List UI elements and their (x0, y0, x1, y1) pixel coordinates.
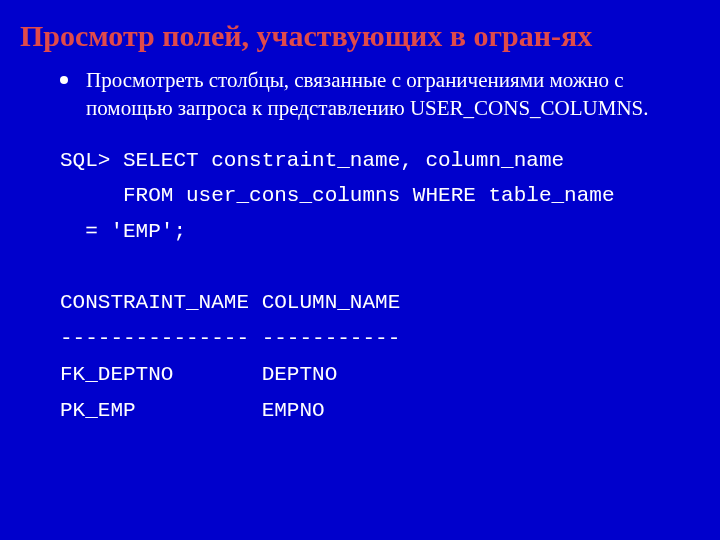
slide-title: Просмотр полей, участвующих в огран-ях (20, 18, 700, 54)
bullet-item: Просмотреть столбцы, связанные с огранич… (60, 66, 690, 123)
slide: Просмотр полей, участвующих в огран-ях П… (0, 0, 720, 540)
code-line: = 'EMP'; (60, 220, 186, 243)
bullet-icon (60, 76, 68, 84)
code-line: FK_DEPTNO DEPTNO (60, 363, 337, 386)
code-line: FROM user_cons_columns WHERE table_name (60, 184, 615, 207)
slide-body: Просмотреть столбцы, связанные с огранич… (60, 66, 690, 428)
bullet-text: Просмотреть столбцы, связанные с огранич… (86, 66, 690, 123)
code-line: PK_EMP EMPNO (60, 399, 325, 422)
code-line: SQL> SELECT constraint_name, column_name (60, 149, 564, 172)
code-line: --------------- ----------- (60, 327, 400, 350)
code-line: CONSTRAINT_NAME COLUMN_NAME (60, 291, 400, 314)
code-block: SQL> SELECT constraint_name, column_name… (60, 143, 690, 429)
